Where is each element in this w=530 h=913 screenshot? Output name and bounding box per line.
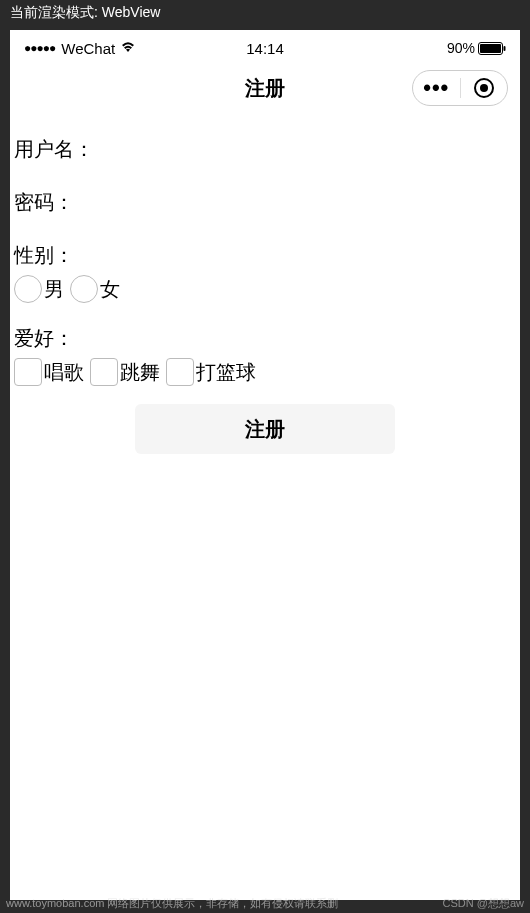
- watermark: www.toymoban.com 网络图片仅供展示，非存储，如有侵权请联系删 C…: [0, 894, 530, 913]
- signal-dots-icon: ●●●●●: [24, 41, 55, 55]
- checkbox-dance[interactable]: [90, 358, 118, 386]
- page-title: 注册: [245, 75, 285, 102]
- password-field: 密码：: [12, 185, 518, 220]
- submit-button[interactable]: 注册: [135, 404, 395, 454]
- radio-female[interactable]: [70, 275, 98, 303]
- gender-options: 男 女: [12, 273, 518, 305]
- watermark-left: www.toymoban.com 网络图片仅供展示，非存储，如有侵权请联系删: [6, 896, 338, 911]
- status-left: ●●●●● WeChat: [24, 40, 136, 57]
- menu-dots-icon: •••: [423, 77, 449, 99]
- form-content: 用户名： 密码： 性别： 男 女 爱好： 唱歌 跳舞 打篮球: [10, 132, 520, 454]
- battery-icon: [478, 42, 506, 55]
- render-mode-bar: 当前渲染模式: WebView: [0, 0, 530, 26]
- password-label: 密码：: [12, 185, 518, 220]
- checkbox-sing-label: 唱歌: [44, 359, 84, 386]
- status-bar: ●●●●● WeChat 14:14 90%: [10, 30, 520, 62]
- username-label: 用户名：: [12, 132, 518, 167]
- radio-female-label: 女: [100, 276, 120, 303]
- checkbox-basketball[interactable]: [166, 358, 194, 386]
- phone-frame: ●●●●● WeChat 14:14 90% 注册 •••: [10, 30, 520, 900]
- gender-field: 性别： 男 女: [12, 238, 518, 305]
- status-time: 14:14: [246, 40, 284, 57]
- wifi-icon: [120, 40, 136, 56]
- checkbox-sing[interactable]: [14, 358, 42, 386]
- checkbox-dance-label: 跳舞: [120, 359, 160, 386]
- checkbox-basketball-label: 打篮球: [196, 359, 256, 386]
- nav-bar: 注册 •••: [10, 62, 520, 114]
- capsule-menu-button[interactable]: •••: [413, 71, 460, 105]
- target-circle-icon: [474, 78, 494, 98]
- capsule-close-button[interactable]: [461, 71, 508, 105]
- carrier-label: WeChat: [61, 40, 115, 57]
- capsule-menu: •••: [412, 70, 508, 106]
- svg-rect-1: [480, 44, 501, 53]
- gender-label: 性别：: [12, 238, 518, 273]
- watermark-right: CSDN @想想aw: [443, 896, 524, 911]
- hobbies-field: 爱好： 唱歌 跳舞 打篮球: [12, 321, 518, 388]
- status-right: 90%: [447, 40, 506, 56]
- hobbies-label: 爱好：: [12, 321, 518, 356]
- radio-male-label: 男: [44, 276, 64, 303]
- radio-male[interactable]: [14, 275, 42, 303]
- username-field: 用户名：: [12, 132, 518, 167]
- hobbies-options: 唱歌 跳舞 打篮球: [12, 356, 518, 388]
- battery-percent: 90%: [447, 40, 475, 56]
- svg-rect-2: [504, 46, 506, 51]
